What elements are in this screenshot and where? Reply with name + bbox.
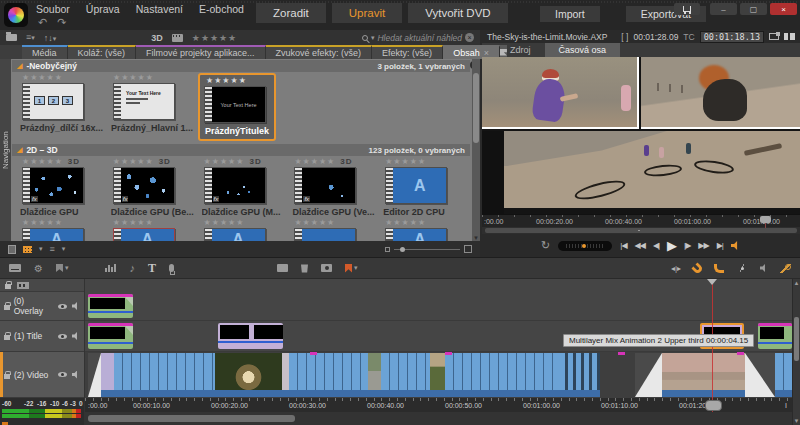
scrollbar-thumb[interactable] (88, 415, 295, 422)
speaker-icon[interactable] (72, 302, 80, 310)
video-clip-segment[interactable] (560, 353, 600, 397)
zoom-out-icon[interactable] (385, 247, 390, 252)
transition-clip[interactable] (635, 353, 662, 397)
rating-stars[interactable]: ★★★★★3D (204, 158, 287, 166)
detail-view-icon[interactable]: ≡ (50, 246, 55, 253)
tab-efekty[interactable]: Efekty: (vše) (372, 45, 443, 59)
edit-tools-icon[interactable] (780, 264, 791, 273)
video-clip-segment[interactable] (101, 353, 114, 397)
asset-item[interactable]: ★★★★★ (286, 218, 377, 241)
grid-view-caret[interactable]: ▾ (39, 245, 43, 253)
asset-item[interactable]: ★★★★★A (14, 218, 105, 241)
magnet-icon[interactable] (691, 262, 704, 275)
loop-icon[interactable]: ↻ (541, 239, 550, 252)
library-scrollbar[interactable]: ▼ (472, 59, 480, 241)
redo-button[interactable]: ↷ (57, 16, 66, 29)
collapse-icon[interactable]: ◢ (17, 146, 22, 154)
preview-ruler[interactable]: :00.00 00:00:20.00 00:00:40.00 00:01:00.… (482, 214, 800, 227)
undo-button[interactable]: ↶ (38, 16, 47, 29)
audio-mixer-icon[interactable] (105, 264, 116, 272)
overlay-clip[interactable] (88, 294, 133, 318)
scroll-down-icon[interactable]: ▼ (794, 417, 800, 425)
create-song-icon[interactable]: ♪ (129, 262, 135, 274)
asset-dlazdice-gpu-m[interactable]: ★★★★★3D fx Dlaždice GPU (M... (196, 157, 287, 217)
trim-mode-icon[interactable]: ◂|▸ (671, 264, 681, 273)
prev-button[interactable]: ◀◀ (635, 241, 645, 250)
search-input[interactable]: Hledat aktuální náhled (377, 33, 462, 43)
eye-icon[interactable] (58, 372, 67, 377)
scroll-up-icon[interactable]: ▲ (794, 279, 800, 287)
tab-kolaz[interactable]: Koláž: (vše) (68, 45, 137, 59)
marker-menu[interactable]: ▾ (56, 264, 69, 272)
storyboard-icon[interactable] (17, 282, 29, 289)
lock-icon[interactable] (4, 374, 10, 379)
menu-eobchod[interactable]: E-obchod (199, 3, 244, 15)
grid-view-icon[interactable] (23, 246, 32, 253)
undock-preview-icon[interactable] (769, 33, 779, 40)
rating-filter-stars[interactable]: ★★★★★ (192, 33, 237, 43)
close-button[interactable]: × (770, 3, 797, 15)
eye-icon[interactable] (58, 334, 67, 339)
play-button[interactable]: ▶ (667, 238, 676, 253)
scrollbar-thumb[interactable] (485, 228, 797, 233)
rating-stars[interactable]: ★★★★★ (22, 74, 105, 82)
add-media-icon[interactable] (6, 34, 17, 41)
video-clip-segment[interactable] (381, 353, 430, 397)
asset-dlazdice-gpu[interactable]: ★★★★★3D fx Dlaždice GPU (14, 157, 105, 217)
video-clip-beach[interactable] (662, 353, 745, 397)
lock-all-icon[interactable] (5, 284, 11, 289)
timecode-field[interactable]: 00:01:18.13 (700, 31, 764, 43)
step-back-button[interactable]: ◀| (653, 241, 659, 250)
tab-zoradit[interactable]: Zoradit (256, 3, 326, 23)
track-header-title[interactable]: (1) Title (0, 321, 84, 352)
minimize-button[interactable]: – (710, 3, 737, 15)
track-header-video-active[interactable]: (2) Video (0, 352, 84, 398)
keyframe-curve-icon[interactable] (736, 264, 748, 272)
add-marker-button[interactable]: ▾ (345, 264, 358, 273)
asset-prazdny-titulek-selected[interactable]: ★★★★★ i Your Text Here PrázdnýTitulek (198, 73, 276, 141)
list-view-icon[interactable]: ≡▾ (26, 34, 35, 41)
search-box[interactable]: ▾ Hledat aktuální náhled × (362, 33, 474, 43)
video-clip-road[interactable] (368, 353, 381, 397)
video-clip-segment[interactable] (282, 353, 289, 397)
title-clip-3[interactable] (758, 323, 792, 349)
zoom-slider[interactable] (394, 249, 460, 250)
title-editor-button[interactable]: T (148, 261, 156, 276)
go-to-end-button[interactable]: ▶| (717, 241, 723, 250)
volume-icon[interactable] (731, 241, 741, 250)
video-clip-segment[interactable] (114, 353, 215, 397)
rating-stars[interactable]: ★★★★★3D (294, 158, 377, 166)
speaker-icon[interactable] (72, 371, 80, 379)
rating-stars[interactable]: ★★★★★3D (113, 158, 196, 166)
detail-view-caret[interactable]: ▾ (62, 245, 66, 253)
eye-icon[interactable] (58, 304, 67, 309)
lock-icon[interactable] (4, 335, 10, 340)
timeline-settings-icon[interactable]: ⚙ (34, 263, 43, 274)
clear-search-icon[interactable]: × (465, 33, 474, 42)
video-scene-icon[interactable] (277, 264, 288, 272)
tab-casova-osa[interactable]: Časová osa (545, 43, 621, 57)
next-button[interactable]: ▶▶ (698, 241, 708, 250)
clip-properties-icon[interactable] (9, 264, 21, 272)
rating-stars[interactable]: ★★★★★3D (22, 158, 105, 166)
rating-stars[interactable]: ★★★★★ (385, 158, 468, 166)
asset-dlazdice-gpu-ve[interactable]: ★★★★★3D fx Dlaždice GPU (Ve... (286, 157, 377, 217)
shop-cart-button[interactable] (674, 3, 700, 15)
menu-uprava[interactable]: Úprava (86, 3, 120, 15)
scroll-down-icon[interactable]: ▼ (473, 235, 479, 241)
delete-icon[interactable] (301, 264, 308, 273)
asset-dlazdice-gpu-be[interactable]: ★★★★★3D fx Dlaždice GPU (Be... (105, 157, 196, 217)
transition-clip[interactable] (88, 353, 101, 397)
tab-filmove-projekty[interactable]: Filmové projekty aplikace... (136, 45, 266, 59)
lock-icon[interactable] (4, 305, 10, 310)
copy-icon[interactable] (8, 245, 16, 254)
video-track[interactable] (85, 352, 792, 398)
video-clip-segment[interactable] (775, 353, 792, 397)
overlay-track[interactable] (85, 292, 792, 321)
video-clip-segment[interactable] (289, 353, 368, 397)
section-header-neobycejny[interactable]: ◢ -Neobyčejný 3 položek, 1 vybraných (12, 60, 470, 72)
timeline-ruler[interactable]: :00.00 00:00:10.00 00:00:20.00 00:00:30.… (85, 398, 792, 412)
timeline-tracks[interactable]: :00.00 00:00:10.00 00:00:20.00 00:00:30.… (85, 279, 792, 425)
video-clip-segment[interactable] (445, 353, 560, 397)
asset-item[interactable]: ★★★★★A (196, 218, 287, 241)
